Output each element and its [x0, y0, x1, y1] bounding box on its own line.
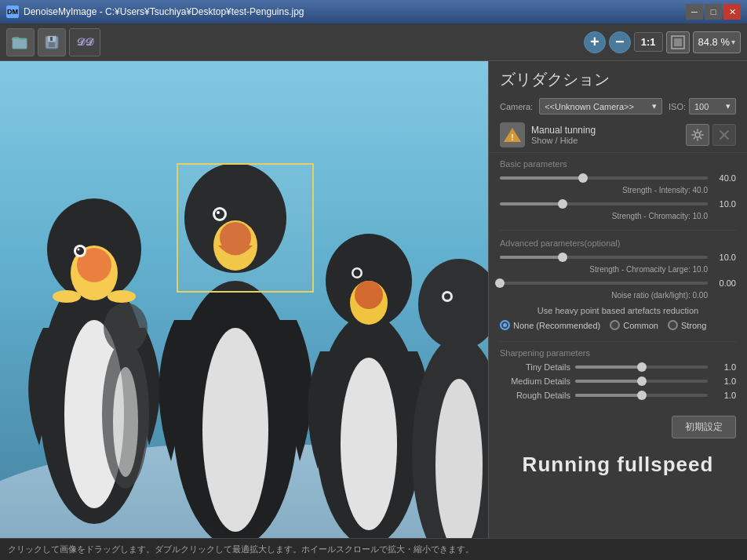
sharpening-title: Sharpening parameters — [500, 348, 736, 358]
status-text: クリックして画像をドラッグします。ダブルクリックして最適拡大します。ホイールスク… — [8, 544, 474, 555]
iso-label: ISO: — [669, 102, 686, 111]
running-status: Running fullspeed — [489, 445, 747, 485]
rough-details-label: Rough Details — [500, 391, 570, 400]
strength-chromacity-row: 10.0 — [500, 199, 736, 209]
svg-rect-4 — [50, 37, 53, 41]
iso-value: 100 — [694, 102, 709, 111]
zoom-in-button[interactable]: + — [584, 31, 606, 53]
advanced-params-title: Advanced parameters(optional) — [500, 238, 736, 248]
basic-params-title: Basic parameters — [500, 159, 736, 169]
settings-icon — [691, 129, 704, 141]
save-icon — [44, 35, 60, 50]
strength-intensity-fill — [500, 176, 583, 180]
tiny-details-track[interactable] — [575, 365, 708, 369]
reset-button[interactable]: 初期設定 — [672, 416, 736, 438]
strength-intensity-label: Strength - Intensity: 40.0 — [622, 186, 708, 195]
image-panel[interactable] — [0, 61, 488, 538]
rough-details-value: 1.0 — [712, 391, 736, 400]
tiny-details-label: Tiny Details — [500, 362, 570, 372]
iso-dropdown[interactable]: 100 ▾ — [689, 98, 736, 115]
zoom-dropdown-arrow[interactable]: ▾ — [731, 38, 735, 46]
camera-label: Camera: — [500, 102, 533, 111]
noise-ratio-thumb — [495, 278, 505, 288]
strength-intensity-value: 40.0 — [712, 173, 736, 183]
zoom-fit-button[interactable] — [666, 31, 690, 53]
medium-details-value: 1.0 — [712, 376, 736, 386]
right-panel: ズリダクション Camera: <<Unknown Camera>> ▾ ISO… — [488, 61, 747, 538]
zoom-percent-box[interactable]: 84.8 % ▾ — [693, 31, 741, 53]
noise-ratio-track[interactable] — [500, 282, 708, 285]
sharpening-section: Sharpening parameters Tiny Details 1.0 M… — [489, 344, 747, 409]
basic-divider — [500, 230, 736, 231]
zoom-percent-value: 84.8 % — [698, 36, 730, 48]
radio-common[interactable]: Common — [610, 320, 658, 330]
medium-details-track[interactable] — [575, 380, 708, 383]
logo-button[interactable]: 𝒟𝒟 — [69, 28, 100, 56]
app-icon: DM — [6, 5, 19, 18]
zoom-out-button[interactable]: − — [609, 31, 631, 53]
svg-rect-6 — [674, 38, 682, 46]
strength-intensity-thumb — [578, 173, 588, 183]
chromacity-large-track[interactable] — [500, 256, 708, 259]
strength-intensity-track[interactable] — [500, 176, 708, 180]
rough-details-track[interactable] — [575, 394, 708, 397]
title-bar: DM DenoiseMyImage - C:¥Users¥Tsuchiya¥De… — [0, 0, 747, 24]
maximize-button[interactable]: □ — [705, 4, 722, 20]
advanced-divider — [500, 341, 736, 342]
svg-rect-0 — [13, 38, 27, 49]
close-button[interactable]: ✕ — [723, 4, 741, 20]
iso-dropdown-arrow: ▾ — [726, 101, 731, 111]
strength-chromacity-track[interactable] — [500, 202, 708, 205]
rough-details-row: Rough Details 1.0 — [500, 391, 736, 400]
radio-strong-label: Strong — [681, 321, 706, 330]
strength-chromacity-value: 10.0 — [712, 199, 736, 209]
noise-ratio-label: Noise ratio (dark/light): 0.00 — [611, 291, 708, 300]
x-icon — [719, 129, 730, 140]
svg-rect-42 — [0, 61, 488, 538]
camera-value: <<Unknown Camera>> — [545, 102, 634, 111]
radio-none[interactable]: None (Recommended) — [500, 320, 600, 330]
open-icon — [12, 35, 29, 50]
rough-details-fill — [575, 394, 642, 397]
chromacity-large-label: Strength - Chromacity Large: 10.0 — [589, 265, 708, 274]
fit-icon — [671, 35, 685, 49]
medium-details-fill — [575, 380, 642, 383]
radio-common-circle — [610, 320, 620, 330]
medium-details-row: Medium Details 1.0 — [500, 376, 736, 386]
artefacts-radio-group: None (Recommended) Common Strong — [500, 317, 736, 333]
noise-ratio-row: 0.00 — [500, 278, 736, 288]
chromacity-large-value: 10.0 — [712, 253, 736, 262]
svg-rect-3 — [49, 42, 55, 47]
medium-details-label: Medium Details — [500, 376, 570, 386]
toolbar-right: + − 1:1 84.8 % ▾ — [584, 31, 741, 53]
status-bar: クリックして画像をドラッグします。ダブルクリックして最適拡大します。ホイールスク… — [0, 538, 747, 560]
window-title: DenoiseMyImage - C:¥Users¥Tsuchiya¥Deskt… — [24, 6, 304, 17]
tuning-buttons — [686, 124, 736, 146]
camera-dropdown[interactable]: <<Unknown Camera>> ▾ — [539, 98, 662, 115]
open-button[interactable] — [6, 28, 35, 56]
chromacity-large-fill — [500, 256, 563, 259]
strength-chromacity-label: Strength - Chromacity: 10.0 — [612, 212, 708, 220]
tuning-row: ! Manual tunning Show / Hide — [489, 118, 747, 153]
radio-strong[interactable]: Strong — [668, 320, 706, 330]
strength-chromacity-fill — [500, 202, 563, 205]
noise-ratio-value: 0.00 — [712, 278, 736, 288]
rough-details-thumb — [637, 391, 647, 400]
camera-iso-row: Camera: <<Unknown Camera>> ▾ ISO: 100 ▾ — [489, 95, 747, 118]
reset-btn-row: 初期設定 — [489, 409, 747, 445]
strength-intensity-row: 40.0 — [500, 173, 736, 183]
minimize-button[interactable]: ─ — [686, 4, 703, 20]
tuning-close-button[interactable] — [712, 124, 736, 146]
tiny-details-fill — [575, 365, 642, 369]
basic-params-section: Basic parameters 40.0 Strength - Intensi… — [489, 153, 747, 228]
window-controls: ─ □ ✕ — [686, 4, 741, 20]
camera-dropdown-arrow: ▾ — [652, 101, 657, 111]
zoom-ratio-display: 1:1 — [634, 32, 663, 52]
radio-none-label: None (Recommended) — [513, 321, 600, 330]
radio-strong-circle — [668, 320, 678, 330]
tiny-details-value: 1.0 — [712, 362, 736, 372]
save-button[interactable] — [38, 28, 66, 56]
tuning-settings-button[interactable] — [686, 124, 709, 146]
toolbar: 𝒟𝒟 + − 1:1 84.8 % ▾ — [0, 24, 747, 61]
artefacts-label: Use heavy point based artefacts reductio… — [500, 303, 736, 317]
